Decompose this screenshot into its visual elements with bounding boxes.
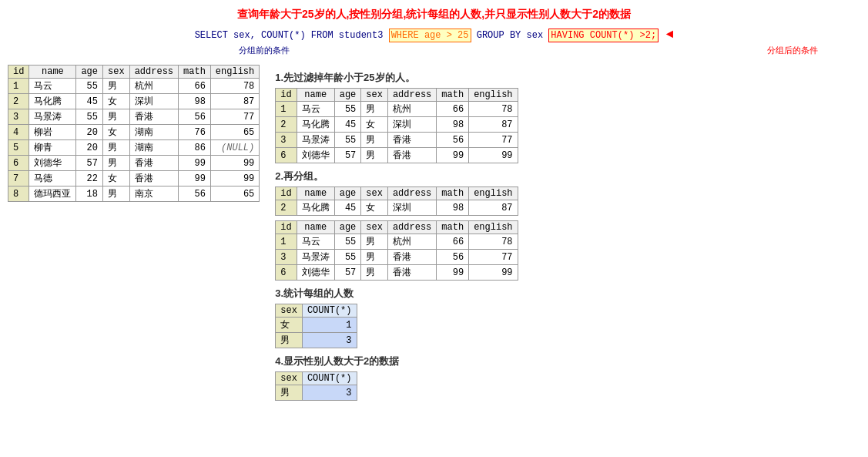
table-row: 98 xyxy=(437,200,469,216)
s1-col-math: math xyxy=(437,89,469,102)
table-row: 马景涛 xyxy=(297,133,334,148)
table-row: 55 xyxy=(334,133,361,148)
annotations-row: 分组前的条件 分组后的条件 xyxy=(8,45,860,59)
table-row: 65 xyxy=(210,125,259,140)
step1-header: 1.先过滤掉年龄小于25岁的人。 xyxy=(275,71,860,85)
table-row: 男 xyxy=(361,265,388,281)
table-row: 87 xyxy=(469,200,518,216)
table-row: 77 xyxy=(469,250,518,265)
s2m-col-sex: sex xyxy=(361,221,388,234)
table-row: 马景涛 xyxy=(29,109,76,125)
table-row: 湖南 xyxy=(129,125,178,140)
table-row: 86 xyxy=(179,140,211,156)
table-row: 南京 xyxy=(129,186,178,202)
table-row: 98 xyxy=(437,117,469,133)
table-row: 香港 xyxy=(129,109,178,125)
table-row: 5 xyxy=(8,140,29,156)
table-row: 柳岩 xyxy=(29,125,76,140)
table-row: 99 xyxy=(179,156,211,171)
table-row: 78 xyxy=(469,102,518,117)
sql-line: SELECT sex, COUNT(*) FROM student3 WHERE… xyxy=(8,28,860,42)
table-row: 香港 xyxy=(387,133,436,148)
table-row: 男 xyxy=(361,148,388,163)
table-row: 马云 xyxy=(297,102,334,117)
table-row: 男 xyxy=(361,234,388,250)
table-row: 77 xyxy=(469,133,518,148)
table-row: 78 xyxy=(210,79,259,94)
table-row: 男 xyxy=(103,109,130,125)
s2m-col-english: english xyxy=(469,221,518,234)
table-row: 1 xyxy=(302,318,357,333)
table-row: 56 xyxy=(179,109,211,125)
table-row: 马云 xyxy=(29,79,76,94)
s2f-col-math: math xyxy=(437,187,469,200)
table-row: 女 xyxy=(103,125,130,140)
step3-table: sex COUNT(*) 女1男3 xyxy=(275,304,357,348)
table-row: 3 xyxy=(276,133,297,148)
step3-header: 3.统计每组的人数 xyxy=(275,287,860,301)
table-row: 男 xyxy=(361,102,388,117)
table-row: 87 xyxy=(469,117,518,133)
original-table: id name age sex address math english 1马云… xyxy=(8,65,260,202)
table-row: 66 xyxy=(437,234,469,250)
step1-table: id name age sex address math english 1马云… xyxy=(275,88,518,163)
col-header-math: math xyxy=(179,66,211,79)
s4-col-sex: sex xyxy=(276,372,303,385)
table-row: 马化腾 xyxy=(297,117,334,133)
step4-header: 4.显示性别人数大于2的数据 xyxy=(275,355,860,368)
table-row: 87 xyxy=(210,94,259,109)
table-row: 马化腾 xyxy=(297,200,334,216)
table-row: 湖南 xyxy=(129,140,178,156)
sql-middle: GROUP BY sex xyxy=(471,30,549,41)
table-row: 76 xyxy=(179,125,211,140)
col-header-sex: sex xyxy=(103,66,130,79)
s4-col-count: COUNT(*) xyxy=(302,372,357,385)
s1-col-age: age xyxy=(334,89,361,102)
table-row: 刘德华 xyxy=(297,265,334,281)
col-header-address: address xyxy=(129,66,178,79)
table-row: 女 xyxy=(361,200,388,216)
right-panel: 1.先过滤掉年龄小于25岁的人。 id name age sex address… xyxy=(275,65,860,401)
table-row: 柳青 xyxy=(29,140,76,156)
table-row: 男 xyxy=(103,186,130,202)
table-row: 香港 xyxy=(387,250,436,265)
table-row: 57 xyxy=(76,156,103,171)
table-row: 深圳 xyxy=(387,117,436,133)
table-row: 22 xyxy=(76,171,103,186)
s3-col-sex: sex xyxy=(276,304,303,318)
table-row: 1 xyxy=(276,234,297,250)
table-row: 4 xyxy=(8,125,29,140)
table-row: 1 xyxy=(276,102,297,117)
table-row: 57 xyxy=(334,265,361,281)
col-header-name: name xyxy=(29,66,76,79)
table-row: 55 xyxy=(334,234,361,250)
step2-table-female: id name age sex address math english 2马化… xyxy=(275,186,518,216)
s2f-col-id: id xyxy=(276,187,297,200)
table-row: 深圳 xyxy=(129,94,178,109)
table-row: 55 xyxy=(76,109,103,125)
s2m-col-id: id xyxy=(276,221,297,234)
s1-col-id: id xyxy=(276,89,297,102)
main-layout: id name age sex address math english 1马云… xyxy=(8,65,860,401)
table-row: 2 xyxy=(276,117,297,133)
table-row: 男 xyxy=(103,140,130,156)
s2f-col-name: name xyxy=(297,187,334,200)
table-row: 6 xyxy=(276,265,297,281)
annotation-right: 分组后的条件 xyxy=(767,45,818,56)
table-row: 女 xyxy=(103,171,130,186)
table-row: 55 xyxy=(76,79,103,94)
table-row: 56 xyxy=(437,133,469,148)
step2-header: 2.再分组。 xyxy=(275,170,860,183)
table-row: (NULL) xyxy=(210,140,259,156)
table-row: 20 xyxy=(76,125,103,140)
table-row: 马德 xyxy=(29,171,76,186)
table-row: 99 xyxy=(210,171,259,186)
table-row: 55 xyxy=(334,102,361,117)
table-row: 3 xyxy=(8,109,29,125)
table-row: 2 xyxy=(276,200,297,216)
s1-col-english: english xyxy=(469,89,518,102)
table-row: 99 xyxy=(469,265,518,281)
s2m-col-math: math xyxy=(437,221,469,234)
sql-having: HAVING COUNT(*) >2; xyxy=(548,29,659,42)
arrow-icon: ◄ xyxy=(659,28,673,42)
